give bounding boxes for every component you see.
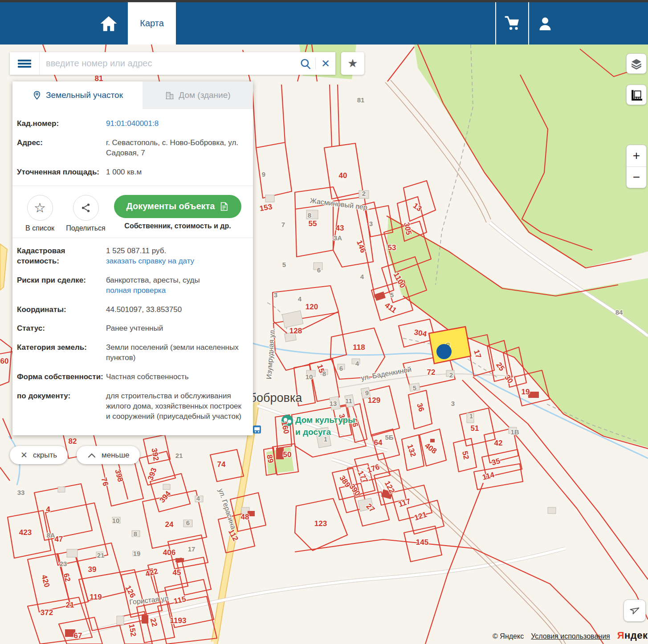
tab-map[interactable]: Карта	[128, 2, 176, 45]
field-label: Статус:	[17, 324, 106, 334]
map-label: 123	[314, 519, 327, 528]
menu-button[interactable]	[10, 52, 40, 75]
map-label: 81	[357, 96, 365, 104]
tab-land-parcel-label: Земельный участок	[46, 90, 123, 100]
zoom-out-button[interactable]: −	[627, 167, 646, 188]
map-label: 42	[494, 439, 503, 447]
cart-button[interactable]	[496, 2, 528, 45]
search-input[interactable]	[40, 58, 296, 69]
tab-building[interactable]: Дом (здание)	[143, 81, 253, 109]
map-label: 64	[374, 438, 383, 447]
map-label: 3	[274, 291, 277, 299]
map-label: 23	[60, 560, 67, 567]
top-bar: Карта	[0, 2, 648, 45]
collapse-panel-label: меньше	[102, 451, 129, 460]
cad-number-link[interactable]: 91:01:040001:8	[106, 119, 159, 128]
selected-parcel-marker[interactable]	[436, 344, 452, 359]
map-label: 74	[217, 460, 226, 469]
account-button[interactable]	[529, 2, 561, 45]
map-label: 21	[97, 551, 105, 559]
bus-stop-icon	[253, 425, 261, 433]
field-value: 1 000 кв.м	[106, 167, 247, 178]
map-label: 4	[46, 505, 50, 514]
map-label: 128	[289, 327, 302, 335]
map-label: 129	[368, 396, 380, 405]
map-label: 8А	[46, 531, 55, 539]
full-check-link[interactable]: полная проверка	[106, 286, 166, 295]
field-risks: Риски при сделке: банкротства, аресты, с…	[17, 271, 247, 300]
map-label: 17	[188, 545, 196, 553]
map-label: 82	[69, 437, 77, 446]
layers-button[interactable]	[626, 53, 647, 74]
map-label: 55	[309, 219, 317, 228]
search-icon	[300, 58, 311, 69]
field-value: Ранее учтенный	[106, 324, 247, 334]
map-label: 84	[615, 308, 623, 316]
field-value: г. Севастополь, с. Ново-Бобровка, ул. Са…	[106, 138, 247, 158]
collapse-panel-button[interactable]: меньше	[77, 446, 140, 464]
field-land-category: Категория земель: Земли поселений (земли…	[17, 338, 247, 368]
map-label: 51	[471, 424, 479, 433]
field-address: Адрес: г. Севастополь, с. Ново-Бобровка,…	[17, 134, 247, 163]
yandex-logo: Яндекс	[617, 630, 648, 641]
hamburger-icon	[18, 58, 31, 69]
map-label: 72	[427, 368, 436, 377]
search-clear-button[interactable]: ✕	[316, 52, 335, 75]
hide-panel-button[interactable]: ✕ скрыть	[10, 446, 68, 464]
zoom-in-button[interactable]: +	[627, 145, 646, 166]
map-label: ЗА	[333, 234, 342, 242]
field-label: Адрес:	[17, 138, 106, 158]
locate-me-button[interactable]	[624, 599, 646, 622]
map-label: 2	[362, 190, 366, 197]
map-label: 60	[0, 357, 9, 365]
map-label: 24	[165, 520, 174, 529]
object-documents-button[interactable]: Документы объекта	[114, 195, 241, 218]
favorites-button[interactable]: ★	[341, 52, 364, 75]
map-label: 21	[66, 601, 74, 609]
map-label: 6	[339, 365, 343, 372]
cart-icon	[503, 15, 521, 32]
map-label: 67	[74, 632, 82, 640]
share-button[interactable]	[73, 195, 99, 221]
field-label: Риски при сделке:	[17, 275, 106, 296]
field-coordinates: Координаты: 44.501097, 33.853750	[17, 300, 247, 320]
search-button[interactable]	[296, 52, 315, 75]
star-outline-icon: ☆	[34, 200, 46, 215]
map-label: 372	[41, 608, 53, 617]
field-label: Уточненная площадь:	[17, 167, 106, 178]
map-label: 406	[163, 548, 175, 557]
terms-link[interactable]: Условия использования	[531, 632, 610, 640]
home-button[interactable]	[93, 2, 125, 45]
map-label: 53	[388, 243, 396, 252]
zoom-control: + −	[626, 145, 647, 188]
hide-panel-label: скрыть	[33, 451, 57, 460]
ruler-icon	[631, 89, 642, 101]
map-label: 3	[451, 400, 455, 407]
field-value: банкротства, аресты, суды	[106, 275, 247, 286]
add-to-list-button[interactable]: ☆	[27, 195, 53, 221]
tab-map-label: Карта	[140, 18, 164, 28]
separator	[12, 238, 253, 238]
layers-icon	[631, 58, 642, 69]
map-label: 5	[413, 384, 416, 392]
field-by-document: по документу: для строительства и обслуж…	[17, 387, 247, 426]
map-label: 9	[365, 389, 369, 397]
map-label: 40	[339, 171, 347, 180]
map-label: 21	[175, 452, 183, 459]
tab-building-label: Дом (здание)	[179, 90, 230, 100]
map-label: 13	[330, 400, 337, 407]
ruler-button[interactable]	[626, 85, 647, 105]
map-label: 1В	[510, 428, 519, 436]
map-label: 120	[306, 303, 318, 311]
map-label: 6	[186, 519, 190, 527]
field-label: Форма собственности:	[17, 372, 106, 382]
order-certificate-link[interactable]: заказать справку на дату	[106, 257, 194, 265]
map-label: Дом культуры	[295, 415, 355, 425]
tab-land-parcel[interactable]: Земельный участок	[12, 81, 143, 109]
map-label: 5Б	[385, 433, 393, 441]
map-label: 1193	[170, 616, 187, 625]
map-label: 4	[355, 360, 359, 367]
map-label: 4	[196, 494, 200, 502]
field-value: Земли поселений (земли населенных пункто…	[106, 343, 247, 363]
map-label: 6	[317, 266, 321, 274]
